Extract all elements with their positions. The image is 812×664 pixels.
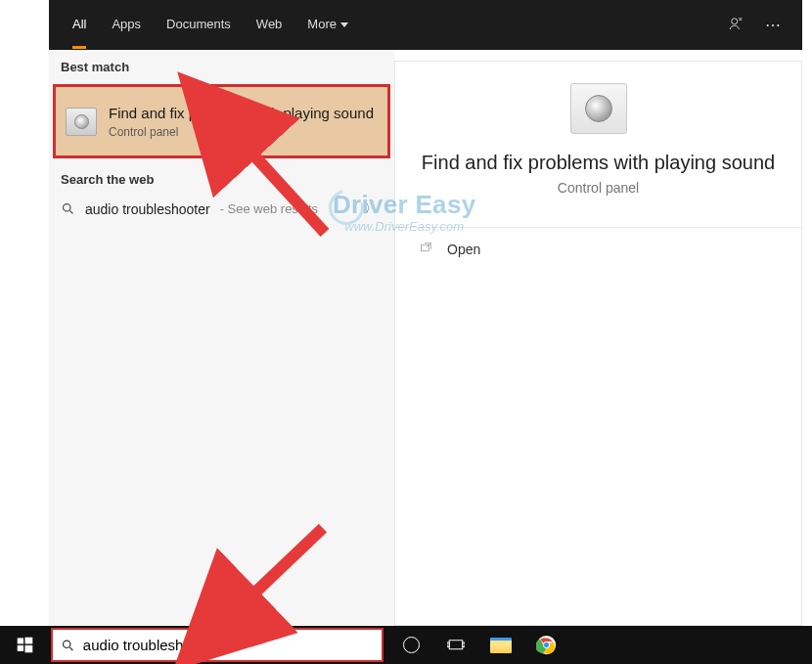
speaker-icon bbox=[570, 83, 627, 134]
feedback-icon[interactable] bbox=[728, 15, 745, 36]
chevron-down-icon bbox=[340, 22, 348, 27]
start-button[interactable] bbox=[0, 626, 49, 664]
more-options-icon[interactable]: ⋯ bbox=[765, 16, 783, 34]
tab-apps[interactable]: Apps bbox=[112, 2, 141, 49]
svg-rect-6 bbox=[24, 645, 32, 652]
watermark: Driver Easy www.DriverEasy.com bbox=[333, 191, 475, 235]
preview-panel: Find and fix problems with playing sound… bbox=[394, 61, 802, 626]
results-panel: Best match Find and fix problems with pl… bbox=[49, 50, 394, 626]
search-web-header: Search the web bbox=[49, 162, 394, 193]
speaker-icon bbox=[66, 108, 97, 136]
best-match-result[interactable]: Find and fix problems with playing sound… bbox=[53, 84, 390, 158]
chrome-icon[interactable] bbox=[532, 632, 560, 659]
svg-point-1 bbox=[64, 204, 71, 212]
search-input[interactable] bbox=[83, 637, 374, 653]
cortana-icon[interactable] bbox=[397, 632, 425, 659]
open-label: Open bbox=[447, 242, 480, 257]
svg-point-7 bbox=[63, 641, 69, 647]
web-result-query: audio troubleshooter bbox=[85, 201, 210, 217]
open-icon bbox=[419, 242, 433, 257]
search-icon bbox=[61, 201, 75, 216]
tab-more[interactable]: More bbox=[307, 2, 348, 49]
best-match-header: Best match bbox=[49, 50, 394, 80]
best-match-title: Find and fix problems with playing sound bbox=[109, 104, 374, 123]
tab-web[interactable]: Web bbox=[256, 2, 283, 49]
svg-rect-4 bbox=[24, 638, 32, 644]
search-filter-bar: All Apps Documents Web More ⋯ bbox=[49, 0, 802, 50]
svg-point-0 bbox=[732, 18, 738, 23]
svg-rect-9 bbox=[447, 642, 449, 647]
svg-rect-10 bbox=[463, 642, 465, 647]
task-view-icon[interactable] bbox=[442, 632, 470, 659]
tab-all[interactable]: All bbox=[72, 2, 86, 49]
svg-rect-2 bbox=[422, 244, 429, 251]
web-result-hint: - See web results bbox=[220, 201, 318, 216]
tab-documents[interactable]: Documents bbox=[166, 2, 231, 49]
svg-rect-3 bbox=[17, 638, 23, 643]
taskbar bbox=[0, 626, 812, 664]
preview-title: Find and fix problems with playing sound bbox=[415, 152, 782, 174]
filter-tabs: All Apps Documents Web More bbox=[49, 2, 348, 49]
svg-rect-8 bbox=[449, 640, 463, 648]
svg-rect-5 bbox=[17, 645, 23, 651]
search-icon bbox=[61, 638, 75, 653]
best-match-subtitle: Control panel bbox=[109, 125, 374, 139]
file-explorer-icon[interactable] bbox=[487, 632, 515, 659]
taskbar-search-box[interactable] bbox=[51, 628, 383, 662]
